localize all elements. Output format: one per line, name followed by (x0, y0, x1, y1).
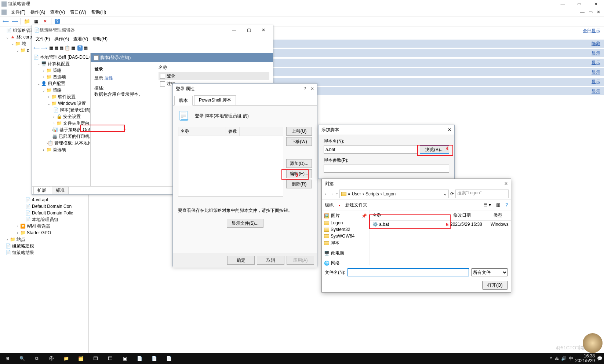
maximize-button[interactable]: ▭ (571, 0, 587, 8)
window-button[interactable]: ▦ (32, 17, 40, 25)
menu-view[interactable]: 查看(V) (48, 8, 67, 16)
script-name-input[interactable] (324, 146, 418, 154)
et-policy2[interactable]: ⌄📁策略 (32, 87, 90, 93)
editor-menu-view[interactable]: 查看(V) (71, 35, 90, 43)
browse-button[interactable]: 浏览(B)... (420, 146, 449, 154)
new-folder-button[interactable]: 新建文件夹 (345, 202, 367, 208)
tab-script[interactable]: 脚本 (174, 96, 193, 106)
taskbar-app[interactable]: 📄 (161, 353, 176, 364)
file-row[interactable]: ⚙️ a.bat 2021/5/29 16:38 Windows (370, 221, 511, 228)
start-button[interactable]: ⊞ (0, 353, 15, 364)
refresh-button[interactable]: ⟳ (450, 191, 454, 196)
taskbar-app[interactable]: 🗔 (88, 353, 103, 364)
nav-system32[interactable]: System32 (323, 226, 368, 233)
properties-link[interactable]: 属性 (104, 76, 113, 81)
editor-menu-file[interactable]: 文件(F) (33, 35, 52, 43)
child-minimize[interactable]: — (578, 10, 586, 15)
editor-tb-btn[interactable]: ▦ (59, 45, 63, 51)
close-button[interactable]: ✕ (448, 127, 451, 132)
tree-item[interactable]: 📄Default Domain Polic (0, 210, 88, 216)
nav-syswow64[interactable]: SysWOW64 (323, 233, 368, 239)
tree-modeling[interactable]: 📄组策略建模 (0, 243, 88, 249)
help-button[interactable] (53, 17, 61, 25)
btn-delete[interactable]: 删除(R) (286, 180, 312, 188)
et-computer[interactable]: ⌄🖥️计算机配置 (32, 60, 90, 67)
btn-showfiles[interactable]: 显示文件(S)... (227, 219, 263, 228)
ok-button[interactable]: 确定 (227, 256, 255, 265)
nav-thispc[interactable]: 🖥️此电脑 (323, 249, 368, 257)
tray-sound-icon[interactable]: 🔊 (561, 356, 567, 361)
tab-std[interactable]: 标准 (52, 186, 69, 194)
preview-button[interactable]: ▥ (496, 202, 500, 207)
taskbar-app[interactable]: 🗂️ (73, 353, 88, 364)
btn-add[interactable]: 添加(D)... (286, 159, 312, 168)
tree-item[interactable]: 📄4-vd-apt (0, 196, 88, 203)
tree-results[interactable]: 📄组策略结果 (0, 249, 88, 256)
delete-button[interactable] (41, 17, 49, 25)
back-button[interactable] (1, 17, 10, 25)
tray-network-icon[interactable]: 🖧 (554, 356, 559, 361)
et-windows[interactable]: ⌄📁Windows 设置 (32, 100, 90, 107)
et-folder[interactable]: ›📁文件夹重定向 (32, 120, 90, 126)
col-type[interactable]: 类型 (491, 212, 505, 219)
menu-window[interactable]: 窗口(W) (68, 8, 88, 16)
notifications-button[interactable]: 💬 (597, 356, 603, 361)
et-pref2[interactable]: ›📁首选项 (32, 146, 90, 153)
forward-button[interactable]: → (330, 191, 334, 196)
et-qos[interactable]: ›📊基于策略的 QoS (32, 126, 90, 133)
et-user[interactable]: ⌄👤用户配置 (32, 80, 90, 87)
editor-menu-help[interactable]: 帮助(H) (90, 35, 110, 43)
explorer-icon[interactable]: 📁 (59, 353, 73, 364)
nav-scripts[interactable]: 脚本 (323, 239, 368, 247)
breadcrumb[interactable]: « User › Scripts › Logon ⌄ (339, 190, 449, 198)
open-button[interactable]: 打开(O) (482, 281, 508, 290)
script-login-item[interactable]: 登录 (159, 72, 269, 80)
editor-minimize[interactable]: — (227, 27, 241, 33)
forward-button[interactable] (11, 17, 19, 25)
tree-wmi[interactable]: ›🔽WMI 筛选器 (0, 223, 88, 229)
editor-menu-action[interactable]: 操作(A) (52, 35, 71, 43)
cancel-button[interactable]: 取消 (257, 256, 284, 265)
editor-close[interactable]: ✕ (256, 27, 271, 33)
up-button[interactable]: ↑ (336, 191, 338, 196)
editor-tb-btn[interactable]: ▦ (71, 45, 75, 51)
tree-sites[interactable]: ›📁站点 (0, 236, 88, 243)
tray-expand[interactable]: ^ (550, 356, 552, 361)
et-pref[interactable]: ›📁首选项 (32, 74, 90, 80)
organize-menu[interactable]: 组织 (325, 202, 334, 208)
tree-starter[interactable]: ›📁Starter GPO (0, 229, 88, 236)
editor-forward[interactable] (41, 45, 47, 51)
search-input[interactable]: 搜索"Logon" (455, 190, 509, 198)
taskview-button[interactable]: ⧉ (29, 353, 44, 364)
col-name[interactable]: 名称 (370, 212, 450, 219)
nav-pictures[interactable]: 🖼️图片📌 (323, 212, 368, 220)
et-scripts[interactable]: 📄脚本(登录/注销) (32, 107, 90, 113)
editor-maximize[interactable]: ▢ (241, 27, 256, 33)
btn-up[interactable]: 上移(U) (286, 127, 312, 136)
et-admin[interactable]: ›📋管理模板: 从本地计算 (32, 140, 90, 146)
btn-edit[interactable]: 编辑(E)... (286, 169, 312, 178)
tab-ext[interactable]: 扩展 (33, 186, 50, 194)
menu-action[interactable]: 操作(A) (28, 8, 47, 16)
tree-item[interactable]: 📄本地管理员组 (0, 216, 88, 223)
et-software[interactable]: ›📁软件设置 (32, 93, 90, 100)
tab-powershell[interactable]: PowerShell 脚本 (194, 95, 236, 105)
file-filter[interactable]: 所有文件 (471, 268, 508, 276)
clock-date[interactable]: 2021/5/29 (575, 359, 595, 363)
script-list[interactable]: 名称 参数 (178, 127, 283, 196)
editor-help[interactable] (77, 45, 83, 51)
help-button[interactable]: ? (303, 86, 306, 91)
search-button[interactable]: 🔍 (15, 353, 29, 364)
close-button[interactable]: ✕ (504, 181, 508, 186)
col-date[interactable]: 修改日期 (450, 212, 491, 219)
child-close[interactable]: ✕ (594, 10, 603, 15)
minimize-button[interactable]: — (554, 0, 571, 8)
taskbar-app[interactable]: 📄 (132, 353, 147, 364)
filename-input[interactable] (348, 268, 469, 276)
tray-ime-icon[interactable]: 中 (569, 356, 573, 362)
editor-tb-btn[interactable]: ▦ (84, 45, 88, 51)
editor-tb-btn[interactable]: 📋 (65, 45, 70, 51)
menu-help[interactable]: 帮助(H) (89, 8, 109, 16)
btn-down[interactable]: 下移(W) (286, 137, 312, 146)
script-param-input[interactable] (324, 165, 449, 173)
